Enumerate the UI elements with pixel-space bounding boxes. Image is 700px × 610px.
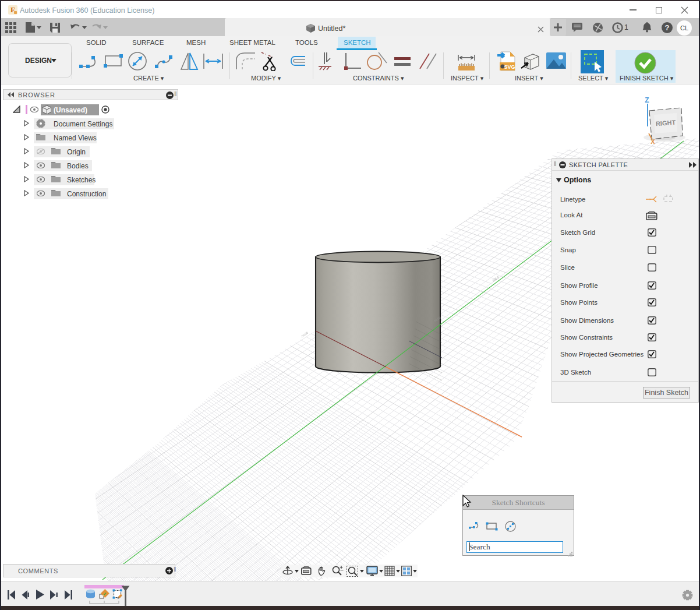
svg-text:?: ? [665, 23, 670, 32]
svg-text:SVG: SVG [504, 64, 515, 70]
svg-text:-50.00: -50.00 [300, 331, 309, 339]
svg-text:X: X [650, 138, 655, 145]
svg-text:Z: Z [645, 96, 649, 104]
svg-text:RIGHT: RIGHT [656, 119, 676, 127]
